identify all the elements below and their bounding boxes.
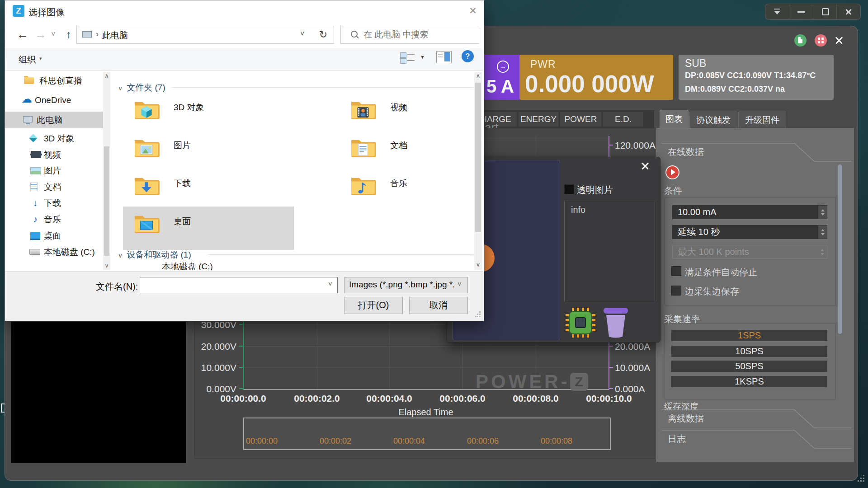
apps-grid-icon	[818, 38, 820, 40]
view-mode-caret-icon[interactable]: ▼	[420, 54, 425, 60]
folder-tile-desktop[interactable]: 桌面	[133, 213, 296, 249]
sidebar-item-label: 视频	[44, 148, 61, 162]
timeline-label: 00:00:06	[467, 436, 499, 446]
recent-locations-icon[interactable]: ˅	[49, 29, 57, 40]
tab-power[interactable]: POWER	[560, 112, 601, 127]
max-points-value: 最大 100 K points	[678, 247, 749, 257]
back-icon[interactable]: ←	[16, 28, 29, 41]
sidebar-item-kesichuang[interactable]: 科思创直播	[5, 74, 103, 88]
folder-tile-videos[interactable]: 视频	[350, 99, 476, 135]
sidebar-item-desktop[interactable]: 桌面	[5, 229, 103, 243]
trigger-current-stepper[interactable]	[818, 206, 827, 219]
onedrive-icon: ☁	[21, 95, 31, 104]
sidebar-item-downloads[interactable]: ↓ 下载	[5, 197, 103, 210]
filename-dropdown-icon[interactable]: ˅	[328, 280, 332, 288]
filetype-select[interactable]: Images (*.png *.bmp *.jpg *.b ˅	[344, 277, 468, 293]
tab-chart-panel[interactable]: 图表	[660, 110, 689, 129]
autostop-checkbox[interactable]	[671, 266, 681, 276]
main-scroll-thumb[interactable]	[475, 83, 481, 232]
folder-tile-3dobjects[interactable]: 3D 对象	[133, 99, 296, 135]
view-mode-icon[interactable]	[400, 52, 416, 64]
tray-collapse-button[interactable]	[765, 4, 789, 19]
x-axis-label: 00:00:02.0	[283, 393, 351, 404]
scroll-down-icon[interactable]: ∨	[474, 261, 482, 269]
dialog-close-icon[interactable]: ✕	[465, 4, 481, 18]
rate-1sps-button[interactable]: 1SPS	[671, 330, 827, 341]
cancel-button[interactable]: 取消	[409, 297, 468, 314]
sidebar-item-label: 桌面	[44, 229, 61, 243]
duration-input[interactable]: 延续 10 秒	[672, 225, 827, 239]
section-offline-data[interactable]: 离线数据	[668, 413, 704, 425]
tab-energy[interactable]: ENERGY	[519, 112, 558, 127]
apps-grid-button[interactable]	[815, 34, 827, 47]
sidebar-item-label: 此电脑	[37, 113, 62, 127]
filename-input[interactable]	[143, 279, 326, 291]
rate-50sps-button[interactable]: 50SPS	[671, 361, 827, 372]
sidebar-scroll-thumb[interactable]	[104, 146, 109, 256]
sidebar-item-music[interactable]: ♪ 音乐	[5, 213, 103, 226]
close-icon	[845, 8, 852, 15]
tab-firmware-upgrade[interactable]: 升级固件	[738, 112, 786, 129]
panel-scrollbar-thumb[interactable]	[838, 164, 842, 334]
computer-icon	[23, 116, 33, 122]
up-icon[interactable]: ↑	[62, 28, 75, 41]
folders-group-header[interactable]: ∨文件夹 (7)	[118, 82, 165, 94]
record-button[interactable]	[665, 165, 679, 179]
transparent-image-checkbox[interactable]	[564, 184, 574, 194]
app-titlebar-controls	[765, 4, 861, 20]
breadcrumb[interactable]: › 此电脑 ˅	[76, 26, 314, 44]
rate-10sps-button[interactable]: 10SPS	[671, 346, 827, 357]
trigger-current-input[interactable]: 10.00 mA	[672, 205, 827, 219]
folder-tile-downloads[interactable]: 下载	[133, 175, 296, 211]
tab-protocol-trigger[interactable]: 协议触发	[689, 112, 737, 129]
maximize-button[interactable]	[813, 4, 837, 19]
breadcrumb-location[interactable]: 此电脑	[102, 30, 128, 42]
help-icon[interactable]: ?	[462, 50, 474, 62]
sidebar-item-documents[interactable]: 文档	[5, 180, 103, 194]
rate-1ksps-button[interactable]: 1KSPS	[671, 376, 827, 387]
section-log[interactable]: 日志	[668, 433, 686, 445]
sidebar-item-3dobjects[interactable]: 3D 对象	[5, 132, 103, 145]
folder-tile-documents[interactable]: 文档	[350, 137, 476, 173]
section-online-data[interactable]: 在线数据	[668, 146, 704, 158]
y2-axis-top-label: 120.000A	[615, 140, 656, 151]
a-tick	[609, 145, 613, 145]
device-list-button[interactable]	[794, 34, 807, 47]
save-while-checkbox[interactable]	[671, 286, 681, 296]
folder-tile-music[interactable]: 音乐	[350, 175, 476, 211]
sidebar-item-thispc[interactable]: 此电脑	[5, 113, 103, 127]
forward-icon[interactable]: →	[34, 28, 47, 41]
transparent-image-label: 透明图片	[577, 184, 613, 196]
chip-icon[interactable]	[566, 308, 595, 338]
dialog-close-icon[interactable]	[641, 161, 650, 170]
x-axis-title: Elapsed Time	[381, 407, 471, 418]
folder-tile-pictures[interactable]: 图片	[133, 137, 296, 173]
search-input[interactable]	[363, 28, 473, 42]
a-tick	[609, 388, 613, 389]
preview-pane-icon[interactable]	[436, 51, 452, 63]
devices-group-header[interactable]: ∨设备和驱动器 (1)	[118, 249, 191, 261]
minimize-button[interactable]	[789, 4, 813, 19]
scroll-down-icon[interactable]: ∨	[103, 262, 110, 270]
organize-menu[interactable]: 组织	[19, 54, 36, 66]
sidebar-item-videos[interactable]: 视频	[5, 148, 103, 162]
breadcrumb-dropdown-icon[interactable]: ˅	[300, 30, 304, 38]
close-button[interactable]	[836, 4, 860, 19]
sidebar-item-label: 科思创直播	[39, 74, 82, 88]
trash-icon[interactable]	[603, 307, 629, 338]
search-icon-handle	[356, 36, 359, 38]
device-item-clipped[interactable]: 本地磁盘 (C:)	[162, 261, 252, 270]
sidebar-item-label: OneDrive	[35, 94, 71, 107]
dialog-resize-grip[interactable]	[475, 311, 481, 318]
app-resize-grip[interactable]	[858, 475, 866, 483]
app-close-icon[interactable]	[835, 36, 844, 45]
tab-ed[interactable]: E.D.	[603, 112, 643, 127]
scroll-up-icon[interactable]: ∧	[474, 72, 482, 80]
scroll-up-icon[interactable]: ∧	[103, 72, 110, 80]
duration-stepper[interactable]	[818, 225, 827, 239]
sidebar-item-onedrive[interactable]: ☁ OneDrive	[5, 94, 103, 107]
refresh-button[interactable]: ↻	[313, 26, 334, 44]
sidebar-item-cdrive[interactable]: 本地磁盘 (C:)	[5, 245, 103, 259]
sidebar-item-pictures[interactable]: 图片	[5, 164, 103, 178]
open-button[interactable]: 打开(O)	[344, 297, 403, 314]
